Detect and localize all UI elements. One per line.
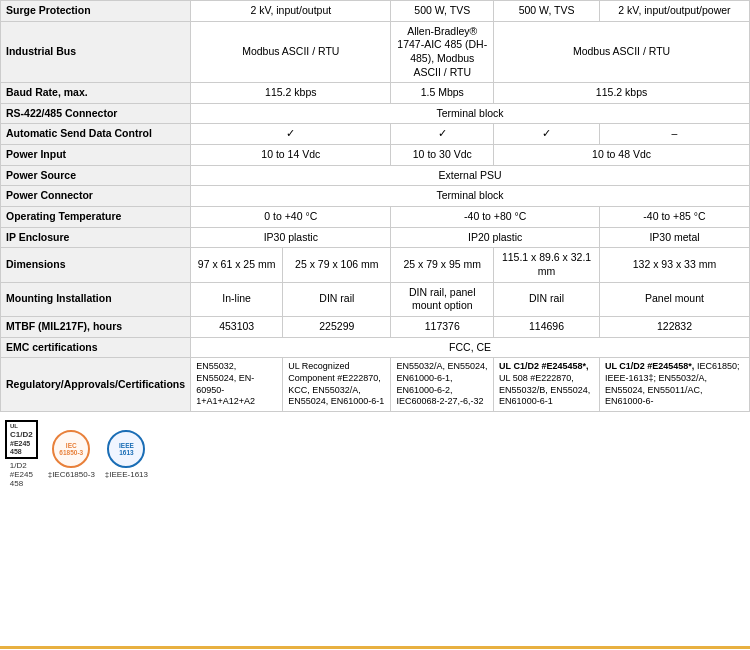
cert-icon-ieee1613: IEEE1613 ‡IEEE-1613 [105,430,148,479]
row-label: Baud Rate, max. [1,83,191,104]
main-content: Surge Protection2 kV, input/output500 W,… [0,0,750,496]
cert-icon-ul: UL C1/D2 #E245 458 1/D2#E245458 [5,420,38,489]
cert-ieee1613-label: ‡IEEE-1613 [105,470,148,479]
table-row: IP EnclosureIP30 plasticIP20 plasticIP30… [1,227,750,248]
table-row: Power Input10 to 14 Vdc10 to 30 Vdc10 to… [1,145,750,166]
cert-icon-iec61850: IEC61850-3 ‡IEC61850-3 [48,430,95,479]
spec-table: Surge Protection2 kV, input/output500 W,… [0,0,750,412]
row-label: Power Source [1,165,191,186]
row-label: Dimensions [1,248,191,282]
table-row: Power ConnectorTerminal block [1,186,750,207]
row-label: EMC certifications [1,337,191,358]
table-row: Automatic Send Data Control✓✓✓– [1,124,750,145]
row-label: RS-422/485 Connector [1,103,191,124]
table-row: Industrial BusModbus ASCII / RTUAllen-Br… [1,21,750,83]
row-label: Power Connector [1,186,191,207]
table-row: Surge Protection2 kV, input/output500 W,… [1,1,750,22]
row-label: Industrial Bus [1,21,191,83]
table-row: Power SourceExternal PSU [1,165,750,186]
table-row: EMC certificationsFCC, CE [1,337,750,358]
row-label: Mounting Installation [1,282,191,316]
row-label: IP Enclosure [1,227,191,248]
table-row: MTBF (MIL217F), hours4531032252991173761… [1,316,750,337]
table-row: Baud Rate, max.115.2 kbps1.5 Mbps115.2 k… [1,83,750,104]
row-label: Operating Temperature [1,207,191,228]
row-label: Automatic Send Data Control [1,124,191,145]
table-row: Regulatory/Approvals/CertificationsEN550… [1,358,750,412]
table-row: RS-422/485 ConnectorTerminal block [1,103,750,124]
table-row: Mounting InstallationIn-lineDIN railDIN … [1,282,750,316]
row-label: MTBF (MIL217F), hours [1,316,191,337]
cert-ul-label: 1/D2#E245458 [10,461,33,488]
logo-bar: ADVANTECH Intelligent Connectivity [0,646,750,650]
row-label: Regulatory/Approvals/Certifications [1,358,191,412]
table-row: Dimensions97 x 61 x 25 mm25 x 79 x 106 m… [1,248,750,282]
table-row: Operating Temperature0 to +40 °C-40 to +… [1,207,750,228]
cert-icons-row: UL C1/D2 #E245 458 1/D2#E245458 IEC61850… [0,412,750,497]
row-label: Surge Protection [1,1,191,22]
cert-iec61850-label: ‡IEC61850-3 [48,470,95,479]
row-label: Power Input [1,145,191,166]
